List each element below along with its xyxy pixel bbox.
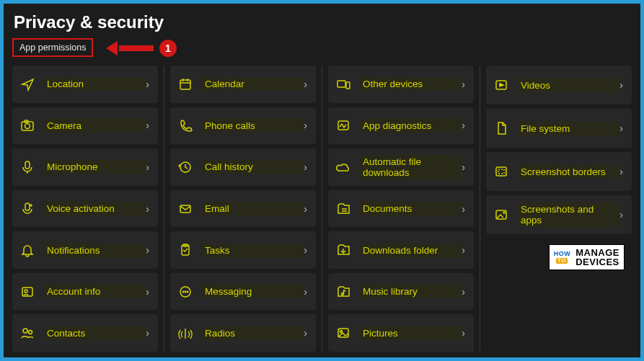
tile-label: Tasks <box>202 244 304 257</box>
tile-video[interactable]: Videos› <box>486 66 632 104</box>
tile-label: Documents <box>360 202 462 215</box>
chevron-right-icon: › <box>146 79 149 90</box>
chevron-right-icon: › <box>304 327 307 339</box>
chevron-right-icon: › <box>146 120 149 131</box>
picture-icon <box>335 326 351 340</box>
tile-doc[interactable]: Documents› <box>328 190 474 228</box>
tile-label: Voice activation <box>44 202 146 215</box>
column-4: Videos›File system›Screenshot borders›Sc… <box>480 66 632 352</box>
chevron-right-icon: › <box>304 286 307 298</box>
mic-icon <box>19 160 35 174</box>
chevron-right-icon: › <box>619 79 623 91</box>
chevron-right-icon: › <box>619 166 623 177</box>
tile-label: Pictures <box>360 326 462 340</box>
tile-account[interactable]: Account info› <box>12 273 158 311</box>
section-app-permissions: App permissions <box>12 38 93 57</box>
column-3: Other devices›App diagnostics›Automatic … <box>322 66 474 352</box>
tile-file[interactable]: File system› <box>486 109 632 148</box>
tile-label: Screenshot borders <box>518 165 619 179</box>
tile-email[interactable]: Email› <box>170 190 316 228</box>
tile-voice[interactable]: Voice activation› <box>12 190 158 228</box>
chevron-right-icon: › <box>619 209 623 220</box>
tile-screenshot[interactable]: Screenshots and apps› <box>486 195 632 234</box>
border-icon <box>493 164 509 179</box>
file-icon <box>493 121 509 135</box>
tile-label: App diagnostics <box>360 119 462 133</box>
music-icon <box>335 285 351 299</box>
column-1: Location›Camera›Microphone›Voice activat… <box>12 66 158 352</box>
tile-label: Camera <box>44 119 146 133</box>
chevron-right-icon: › <box>462 244 465 256</box>
chevron-right-icon: › <box>462 327 465 339</box>
tile-mic[interactable]: Microphone› <box>12 148 158 186</box>
tile-label: File system <box>518 122 619 135</box>
arrow-line <box>119 45 154 51</box>
voice-icon <box>19 202 35 216</box>
tile-label: Call history <box>202 160 304 174</box>
tile-camera[interactable]: Camera› <box>12 107 158 145</box>
diag-icon <box>335 118 351 133</box>
page-title: Privacy & security <box>14 12 632 32</box>
tile-label: Calendar <box>202 77 304 91</box>
tile-download[interactable]: Downloads folder› <box>328 231 474 269</box>
tile-devices[interactable]: Other devices› <box>328 66 474 103</box>
location-icon <box>19 77 35 92</box>
arrow-head-icon <box>106 41 118 55</box>
tile-cloud[interactable]: Automatic file downloads› <box>328 148 474 186</box>
chevron-right-icon: › <box>146 244 149 256</box>
chevron-right-icon: › <box>146 327 149 339</box>
screenshot-icon <box>493 208 509 222</box>
tile-border[interactable]: Screenshot borders› <box>486 152 632 191</box>
chevron-right-icon: › <box>304 161 307 173</box>
cloud-icon <box>335 160 351 174</box>
phone-icon <box>177 118 193 133</box>
chevron-right-icon: › <box>304 120 307 131</box>
wm-line2: DEVICES <box>575 257 619 267</box>
tile-location[interactable]: Location› <box>12 66 158 103</box>
camera-icon <box>19 118 35 133</box>
chevron-right-icon: › <box>462 161 465 173</box>
chevron-right-icon: › <box>304 79 307 90</box>
email-icon <box>177 202 193 216</box>
contacts-icon <box>19 326 35 340</box>
tile-contacts[interactable]: Contacts› <box>12 314 158 352</box>
tile-message[interactable]: Messaging› <box>170 273 316 311</box>
tile-label: Contacts <box>44 326 146 340</box>
video-icon <box>493 78 509 92</box>
tile-phone[interactable]: Phone calls› <box>170 107 316 145</box>
radio-icon <box>177 326 193 340</box>
chevron-right-icon: › <box>146 203 149 215</box>
tile-label: Phone calls <box>202 119 304 133</box>
tile-label: Messaging <box>202 285 304 298</box>
wm-to: TO <box>556 258 568 264</box>
account-icon <box>19 285 35 299</box>
tile-radio[interactable]: Radios› <box>170 314 316 352</box>
tile-label: Screenshots and apps <box>518 202 619 227</box>
tile-label: Automatic file downloads <box>360 155 462 179</box>
permissions-grid: Location›Camera›Microphone›Voice activat… <box>12 66 632 352</box>
watermark-logo: HOWTOMANAGEDEVICES <box>549 244 625 270</box>
tile-calendar[interactable]: Calendar› <box>170 66 316 103</box>
tile-label: Email <box>202 202 304 215</box>
column-2: Calendar›Phone calls›Call history›Email›… <box>164 66 316 352</box>
settings-window: Privacy & security App permissions 1 Loc… <box>4 4 640 357</box>
tile-picture[interactable]: Pictures› <box>328 314 474 352</box>
chevron-right-icon: › <box>304 244 307 256</box>
tile-history[interactable]: Call history› <box>170 148 316 186</box>
tile-label: Location <box>44 77 146 91</box>
chevron-right-icon: › <box>462 79 465 90</box>
chevron-right-icon: › <box>462 203 465 215</box>
message-icon <box>177 285 193 299</box>
tasks-icon <box>177 243 193 257</box>
tile-bell[interactable]: Notifications› <box>12 231 158 269</box>
calendar-icon <box>177 77 193 92</box>
tile-tasks[interactable]: Tasks› <box>170 231 316 269</box>
tile-music[interactable]: Music library› <box>328 273 474 311</box>
section-header-wrap: App permissions <box>12 38 632 66</box>
tile-label: Music library <box>360 285 462 298</box>
tile-diag[interactable]: App diagnostics› <box>328 107 474 145</box>
annotation-badge: 1 <box>159 40 177 57</box>
tile-label: Radios <box>202 326 304 340</box>
devices-icon <box>335 77 351 92</box>
tile-label: Videos <box>518 79 619 92</box>
